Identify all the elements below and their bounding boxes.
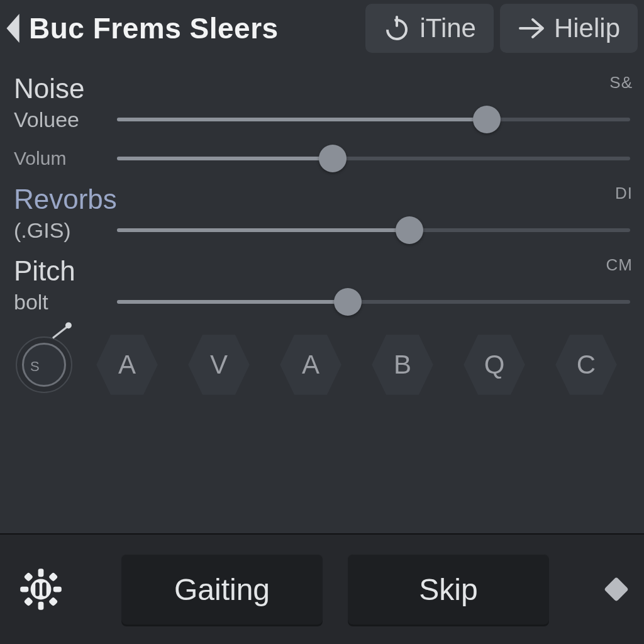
skip-button[interactable]: Skip [348,554,549,625]
preset-keys: A V A B Q C [92,332,630,397]
power-icon [383,14,411,42]
revorbs-label: (.GIS) [14,218,102,243]
slider-panel: Noise Voluee S& Volum Revorbs (.GIS) DI … [0,59,644,533]
preset-key[interactable]: A [278,332,343,397]
svg-rect-12 [48,597,58,606]
hielip-button[interactable]: Hielip [500,4,638,53]
svg-rect-6 [38,602,44,610]
preset-key[interactable]: A [94,332,160,397]
hielip-label: Hielip [554,13,620,43]
svg-rect-5 [38,569,44,577]
preset-key[interactable]: V [186,332,252,397]
svg-rect-13 [35,582,40,596]
noise-label: Voluee [14,108,102,132]
noise-row: Voluee S& [14,106,630,133]
knob-control[interactable]: S [14,335,74,395]
pitch-title: Pitch [14,255,630,287]
svg-rect-14 [42,582,47,596]
footer-bar: Gaiting Skip [0,533,644,644]
slider-thumb[interactable] [334,288,362,316]
revorbs-row: (.GIS) DI [14,216,630,244]
slider-thumb[interactable] [319,145,347,172]
svg-rect-11 [24,597,33,606]
svg-point-4 [31,579,52,600]
page-title: Buc Frems Sleers [29,11,279,45]
svg-rect-1 [396,16,398,27]
itine-button[interactable]: iTine [365,4,493,53]
pitch-slider[interactable]: CM [117,288,630,316]
back-icon [3,12,25,45]
volum-row: Volum [14,145,630,172]
noise-slider[interactable]: S& [117,106,630,133]
volum-slider[interactable] [117,145,630,172]
svg-rect-7 [20,587,28,592]
preset-row: S A V A B Q C [14,327,630,411]
volum-label: Volum [14,148,102,169]
svg-rect-9 [24,572,33,582]
knob-glyph: S [30,358,40,375]
pitch-label: bolt [14,290,102,314]
noise-end: S& [609,73,633,92]
arrow-right-icon [518,14,545,42]
revorbs-slider[interactable]: DI [117,216,630,244]
back-title-group[interactable]: Buc Frems Sleers [3,11,359,45]
pitch-end: CM [606,255,633,275]
settings-button[interactable] [19,567,63,611]
svg-rect-10 [48,572,58,582]
diamond-icon[interactable] [604,577,629,602]
gaiting-button[interactable]: Gaiting [121,554,323,625]
preset-key[interactable]: Q [462,332,527,397]
noise-title: Noise [14,73,630,104]
preset-key[interactable]: B [370,332,435,397]
itine-label: iTine [419,13,475,43]
revorbs-end: DI [615,184,633,203]
slider-thumb[interactable] [473,106,501,133]
pitch-row: bolt CM [14,288,630,316]
header: Buc Frems Sleers iTine Hielip [0,0,644,59]
revorbs-title: Revorbs [14,184,630,215]
slider-thumb[interactable] [396,216,423,244]
preset-key[interactable]: C [553,332,619,397]
gear-icon [19,567,63,611]
svg-rect-8 [53,587,62,592]
